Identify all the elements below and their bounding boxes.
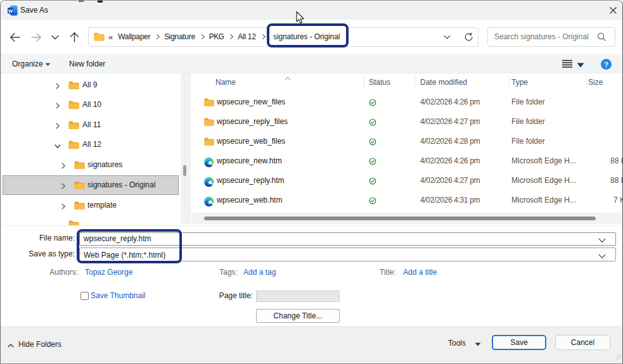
svg-text:W: W (8, 8, 13, 14)
